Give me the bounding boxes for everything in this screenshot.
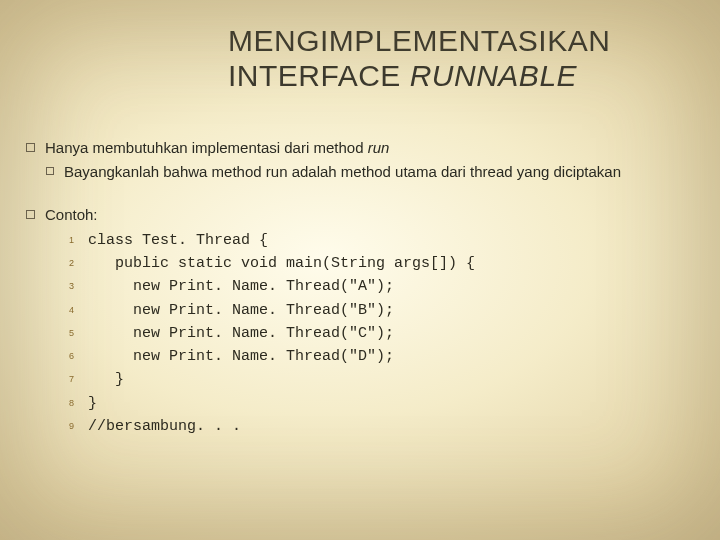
slide-title: MENGIMPLEMENTASIKAN INTERFACE RUNNABLE [228,24,690,93]
code-line: 2 public static void main(String args[])… [54,252,694,275]
code-text: } [88,392,97,415]
code-line: 5 new Print. Name. Thread("C"); [54,322,694,345]
code-text: class Test. Thread { [88,229,268,252]
bullet-1-text: Hanya membutuhkan implementasi dari meth… [45,138,694,158]
title-line-2b: RUNNABLE [410,59,577,92]
bullet-2-label: Contoh: [45,205,694,225]
bullet-1-text-b: run [368,139,390,156]
line-number: 5 [54,327,74,341]
code-line: 6 new Print. Name. Thread("D"); [54,345,694,368]
title-line-1: MENGIMPLEMENTASIKAN [228,24,690,59]
code-text: //bersambung. . . [88,415,241,438]
square-bullet-icon [46,167,54,175]
line-number: 4 [54,304,74,318]
code-line: 9//bersambung. . . [54,415,694,438]
square-bullet-icon [26,143,35,152]
line-number: 8 [54,397,74,411]
code-line: 7 } [54,368,694,391]
line-number: 7 [54,373,74,387]
code-text: new Print. Name. Thread("B"); [88,299,394,322]
code-line: 3 new Print. Name. Thread("A"); [54,275,694,298]
code-listing: 1class Test. Thread {2 public static voi… [54,229,694,438]
code-text: new Print. Name. Thread("D"); [88,345,394,368]
line-number: 3 [54,280,74,294]
bullet-1-sub: Bayangkanlah bahwa method run adalah met… [46,162,694,182]
code-text: new Print. Name. Thread("C"); [88,322,394,345]
line-number: 2 [54,257,74,271]
title-line-2: INTERFACE RUNNABLE [228,59,690,94]
bullet-1-text-a: Hanya membutuhkan implementasi dari meth… [45,139,368,156]
bullet-1: Hanya membutuhkan implementasi dari meth… [26,138,694,158]
square-bullet-icon [26,210,35,219]
bullet-2-block: Contoh: 1class Test. Thread {2 public st… [26,205,694,439]
code-text: public static void main(String args[]) { [88,252,475,275]
line-number: 9 [54,420,74,434]
code-line: 1class Test. Thread { [54,229,694,252]
code-text: } [88,368,124,391]
title-line-2a: INTERFACE [228,59,410,92]
code-line: 4 new Print. Name. Thread("B"); [54,299,694,322]
bullet-2: Contoh: [26,205,694,225]
line-number: 6 [54,350,74,364]
code-text: new Print. Name. Thread("A"); [88,275,394,298]
code-line: 8} [54,392,694,415]
line-number: 1 [54,234,74,248]
slide-body: Hanya membutuhkan implementasi dari meth… [26,138,694,438]
bullet-1-sub-text: Bayangkanlah bahwa method run adalah met… [64,162,694,182]
